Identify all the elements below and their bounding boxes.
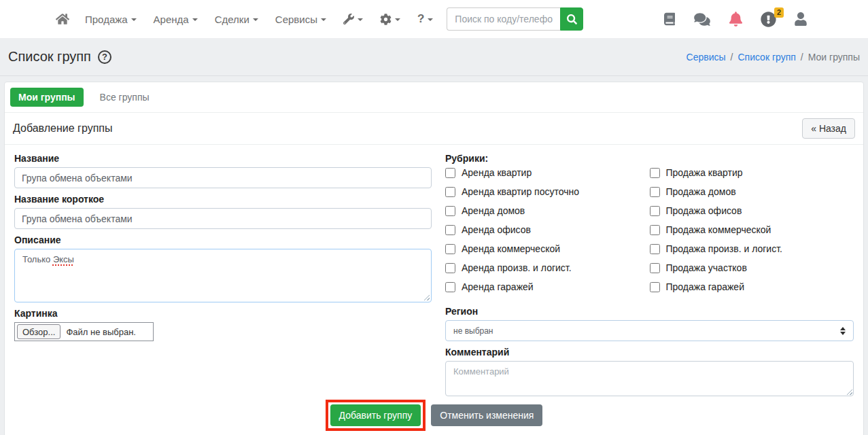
rubric-checkbox[interactable] bbox=[650, 206, 660, 216]
rubric-row[interactable]: Аренда гаражей bbox=[445, 281, 650, 292]
region-select[interactable]: не выбран bbox=[445, 320, 854, 341]
nav-item-label: Сделки bbox=[215, 14, 249, 25]
rubrics-label: Рубрики: bbox=[445, 153, 854, 164]
rubric-checkbox[interactable] bbox=[445, 263, 455, 273]
cancel-button[interactable]: Отменить изменения bbox=[431, 404, 542, 426]
caret-down-icon bbox=[192, 18, 198, 21]
rubric-checkbox[interactable] bbox=[445, 168, 455, 178]
nav-item-deals[interactable]: Сделки bbox=[215, 14, 258, 25]
search-button[interactable] bbox=[560, 7, 583, 31]
top-navbar: Продажа Аренда Сделки Сервисы ? bbox=[0, 0, 868, 38]
rubric-checkbox[interactable] bbox=[445, 187, 455, 197]
rubrics-column-rent: Аренда квартир Аренда квартир посуточно … bbox=[445, 167, 650, 300]
breadcrumb-link-group-list[interactable]: Список групп bbox=[737, 52, 795, 63]
rubric-checkbox[interactable] bbox=[650, 244, 660, 254]
form-left-column: Название Название короткое Описание Толь… bbox=[14, 150, 432, 396]
checkbox-label[interactable]: Аренда квартир bbox=[462, 167, 532, 178]
checkbox-label[interactable]: Аренда квартир посуточно bbox=[462, 186, 579, 197]
rubric-checkbox[interactable] bbox=[650, 225, 660, 235]
region-label: Регион bbox=[445, 306, 854, 317]
messages-icon[interactable] bbox=[693, 12, 711, 27]
description-textarea[interactable]: Только Эксы bbox=[14, 249, 432, 302]
add-group-button[interactable]: Добавить группу bbox=[330, 404, 421, 426]
breadcrumb-link-services[interactable]: Сервисы bbox=[687, 52, 726, 63]
rubric-row[interactable]: Продажа коммерческой bbox=[650, 224, 854, 235]
checkbox-label[interactable]: Аренда произв. и логист. bbox=[462, 262, 572, 273]
rubric-row[interactable]: Аренда произв. и логист. bbox=[445, 262, 650, 273]
checkbox-label[interactable]: Аренда офисов bbox=[462, 224, 531, 235]
nav-item-settings[interactable] bbox=[380, 14, 400, 25]
checkbox-label[interactable]: Продажа гаражей bbox=[666, 281, 744, 292]
rubric-row[interactable]: Продажа участков bbox=[650, 262, 854, 273]
checkbox-label[interactable]: Продажа офисов bbox=[666, 205, 742, 216]
rubric-checkbox[interactable] bbox=[650, 282, 660, 292]
rubric-checkbox[interactable] bbox=[650, 263, 660, 273]
rubric-row[interactable]: Аренда квартир посуточно bbox=[445, 186, 650, 197]
region-selected-value: не выбран bbox=[453, 326, 493, 336]
rubric-checkbox[interactable] bbox=[445, 206, 455, 216]
checkbox-label[interactable]: Продажа домов bbox=[666, 186, 736, 197]
comment-textarea[interactable] bbox=[445, 361, 854, 396]
question-mark-icon: ? bbox=[417, 12, 424, 26]
name-input[interactable] bbox=[14, 167, 432, 188]
back-button[interactable]: « Назад bbox=[802, 118, 855, 139]
image-file-input[interactable]: Обзор... Файл не выбран. bbox=[14, 322, 154, 341]
tab-my-groups[interactable]: Мои группы bbox=[10, 88, 84, 107]
alerts-icon[interactable]: 2 bbox=[761, 12, 776, 27]
rubric-row[interactable]: Продажа домов bbox=[650, 186, 854, 197]
notifications-bell-icon[interactable] bbox=[729, 12, 742, 27]
rubric-row[interactable]: Продажа произв. и логист. bbox=[650, 243, 854, 254]
short-name-label: Название короткое bbox=[14, 194, 432, 205]
search-group bbox=[447, 7, 583, 31]
nav-item-rent[interactable]: Аренда bbox=[154, 14, 198, 25]
tab-all-groups[interactable]: Все группы bbox=[92, 88, 158, 107]
help-icon[interactable]: ? bbox=[98, 50, 111, 64]
description-misspelled-word: Эксы bbox=[53, 254, 74, 264]
home-icon[interactable] bbox=[56, 13, 69, 25]
browse-button[interactable]: Обзор... bbox=[17, 324, 60, 339]
short-name-input[interactable] bbox=[14, 208, 432, 229]
checkbox-label[interactable]: Аренда гаражей bbox=[462, 281, 534, 292]
nav-item-label: Продажа bbox=[85, 14, 128, 25]
resize-handle-icon[interactable] bbox=[422, 293, 430, 300]
nav-item-sales[interactable]: Продажа bbox=[85, 14, 137, 25]
rubric-row[interactable]: Аренда домов bbox=[445, 205, 650, 216]
checkbox-label[interactable]: Продажа квартир bbox=[666, 167, 743, 178]
user-icon[interactable] bbox=[795, 12, 807, 26]
select-spinner-icon bbox=[840, 327, 846, 335]
checkbox-label[interactable]: Аренда коммерческой bbox=[462, 243, 560, 254]
rubric-checkbox[interactable] bbox=[650, 187, 660, 197]
rubric-checkbox[interactable] bbox=[445, 225, 455, 235]
rubric-row[interactable]: Продажа гаражей bbox=[650, 281, 854, 292]
rubric-row[interactable]: Продажа офисов bbox=[650, 205, 854, 216]
search-icon bbox=[567, 14, 577, 24]
nav-item-label: Аренда bbox=[154, 14, 189, 25]
rubric-checkbox[interactable] bbox=[445, 244, 455, 254]
caret-down-icon bbox=[358, 18, 363, 21]
rubric-row[interactable]: Аренда квартир bbox=[445, 167, 650, 178]
rubric-row[interactable]: Аренда коммерческой bbox=[445, 243, 650, 254]
image-label: Картинка bbox=[14, 308, 432, 319]
checkbox-label[interactable]: Продажа участков bbox=[666, 262, 747, 273]
main-menu: Продажа Аренда Сделки Сервисы ? bbox=[85, 12, 433, 26]
journal-icon[interactable] bbox=[664, 12, 675, 26]
nav-item-help[interactable]: ? bbox=[417, 12, 433, 26]
nav-item-label: Сервисы bbox=[275, 14, 317, 25]
nav-item-services[interactable]: Сервисы bbox=[275, 14, 326, 25]
panel-heading: Добавление группы « Назад bbox=[5, 113, 863, 145]
checkbox-label[interactable]: Продажа произв. и логист. bbox=[666, 243, 782, 254]
nav-item-tools[interactable] bbox=[343, 14, 363, 24]
group-form: Название Название короткое Описание Толь… bbox=[5, 145, 863, 396]
annotation-highlight-box: Добавить группу bbox=[326, 400, 426, 431]
form-footer: Добавить группу Отменить изменения bbox=[5, 396, 863, 435]
comment-label: Комментарий bbox=[445, 347, 854, 358]
search-input[interactable] bbox=[447, 7, 560, 31]
checkbox-label[interactable]: Продажа коммерческой bbox=[666, 224, 771, 235]
rubric-checkbox[interactable] bbox=[650, 168, 660, 178]
checkbox-label[interactable]: Аренда домов bbox=[462, 205, 525, 216]
main-panel: Мои группы Все группы Добавление группы … bbox=[4, 82, 864, 435]
rubric-row[interactable]: Аренда офисов bbox=[445, 224, 650, 235]
wrench-icon bbox=[343, 14, 354, 24]
rubric-row[interactable]: Продажа квартир bbox=[650, 167, 854, 178]
rubric-checkbox[interactable] bbox=[445, 282, 455, 292]
